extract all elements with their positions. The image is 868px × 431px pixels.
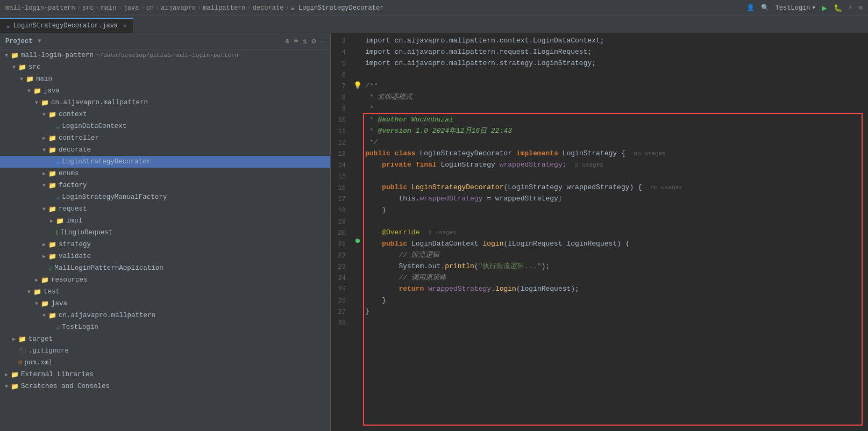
folder-icon: 📁 xyxy=(18,336,26,343)
tree-arrow-10[interactable]: ▶ xyxy=(40,170,48,177)
tree-arrow-13[interactable]: ▼ xyxy=(40,206,48,212)
line-content-7: /** xyxy=(363,81,868,91)
tree-arrow-11[interactable]: ▼ xyxy=(40,183,48,189)
tree-arrow-20[interactable]: ▼ xyxy=(25,289,33,295)
tree-item-9[interactable]: ☕LoginStrategyDecorator xyxy=(0,156,330,168)
tree-item-14[interactable]: ▶📁impl xyxy=(0,215,330,227)
run-config-dropdown-icon[interactable]: ▼ xyxy=(812,5,815,11)
tree-arrow-5[interactable]: ▼ xyxy=(40,112,48,118)
project-dropdown-icon[interactable]: ▼ xyxy=(38,38,41,44)
sidebar-tool-scope[interactable]: ⊕ xyxy=(285,37,289,46)
run-config-label: TestLogin xyxy=(775,4,810,12)
tree-arrow-19[interactable]: ▶ xyxy=(32,277,41,283)
code-line-25: 25 return wrappedStrategy.login(loginReq… xyxy=(331,284,868,295)
code-line-3: 3import cn.aijavapro.mallpattern.context… xyxy=(331,35,868,47)
code-editor[interactable]: 3import cn.aijavapro.mallpattern.context… xyxy=(331,33,868,431)
line-content-23: System.out.println("执行限流逻辑..."); xyxy=(363,261,868,272)
tree-arrow-17[interactable]: ▶ xyxy=(40,253,48,260)
tree-item-3[interactable]: ▼📁java xyxy=(0,85,330,97)
breadcrumb-main[interactable]: main xyxy=(101,4,117,12)
line-number-21: 21 xyxy=(331,239,352,250)
tree-item-27[interactable]: ▶📁External Libraries xyxy=(0,369,330,380)
tree-item-11[interactable]: ▼📁factory xyxy=(0,179,330,191)
debug-button[interactable]: 🐛 xyxy=(834,4,842,12)
tree-item-4[interactable]: ▼📁cn.aijavapro.mallpattern xyxy=(0,97,330,109)
tree-item-10[interactable]: ▶📁enums xyxy=(0,168,330,179)
code-line-20: 20 @Override 2 usages xyxy=(331,227,868,239)
tree-arrow-2[interactable]: ▼ xyxy=(17,76,26,82)
sidebar-tool-sort[interactable]: ≡ xyxy=(294,37,298,46)
tree-item-28[interactable]: ▼📁Scratches and Consoles xyxy=(0,380,330,392)
bulb-icon: 💡 xyxy=(353,81,362,91)
tree-arrow-22[interactable]: ▼ xyxy=(40,313,48,319)
tree-item-18[interactable]: ☕MallLoginPatternApplication xyxy=(0,262,330,274)
tree-item-0[interactable]: ▼📁mall-login-pattern~/data/develop/gitla… xyxy=(0,49,330,61)
line-content-17: this.wrappedStrategy = wrappedStrategy; xyxy=(363,193,868,204)
tree-item-21[interactable]: ▼📁java xyxy=(0,298,330,310)
folder-icon: 📁 xyxy=(48,111,56,119)
breadcrumb-decorate[interactable]: decorate xyxy=(253,4,284,12)
tree-item-12[interactable]: ☕LoginStrategyManualFactory xyxy=(0,191,330,203)
tree-item-8[interactable]: ▼📁decorate xyxy=(0,144,330,156)
tree-arrow-0[interactable]: ▼ xyxy=(2,53,11,59)
tree-arrow-16[interactable]: ▶ xyxy=(40,241,48,248)
breadcrumb-cn[interactable]: cn xyxy=(146,4,154,12)
tree-item-1[interactable]: ▼📁src xyxy=(0,61,330,73)
breadcrumb-mallpattern[interactable]: mallpattern xyxy=(203,4,245,12)
tree-label-8: decorate xyxy=(59,146,91,154)
tree-item-15[interactable]: ⅠILoginRequest xyxy=(0,227,330,239)
tree-arrow-7[interactable]: ▶ xyxy=(40,135,48,141)
tree-arrow-28[interactable]: ▼ xyxy=(2,384,11,390)
tree-label-28: Scratches and Consoles xyxy=(21,383,110,390)
tab-close-button[interactable]: ✕ xyxy=(123,23,126,29)
code-line-22: 22 // 限流逻辑 xyxy=(331,250,868,261)
tree-item-26[interactable]: mpom.xml xyxy=(0,357,330,369)
tree-arrow-14[interactable]: ▶ xyxy=(47,218,56,224)
code-line-27: 27} xyxy=(331,306,868,318)
line-content-10: * @author Wuchubuzai xyxy=(363,114,868,125)
tree-arrow-27[interactable]: ▶ xyxy=(2,371,11,378)
tree-item-25[interactable]: ⚫.gitignore xyxy=(0,345,330,357)
tree-item-16[interactable]: ▶📁strategy xyxy=(0,239,330,250)
line-number-26: 26 xyxy=(331,295,352,306)
sidebar-tool-filter[interactable]: ⇅ xyxy=(303,37,307,46)
line-content-18: } xyxy=(363,205,868,216)
tree-item-7[interactable]: ▶📁controller xyxy=(0,132,330,144)
tree-label-23: TestLogin xyxy=(62,324,98,331)
xml-icon: m xyxy=(18,359,22,367)
breadcrumb-src[interactable]: src xyxy=(82,4,94,12)
tree-item-23[interactable]: ☕TestLogin xyxy=(0,321,330,333)
tree-label-17: validate xyxy=(59,253,91,260)
tree-item-5[interactable]: ▼📁context xyxy=(0,109,330,120)
breadcrumb-aijavapro[interactable]: aijavapro xyxy=(161,4,196,12)
tree-item-17[interactable]: ▶📁validate xyxy=(0,250,330,262)
sidebar-tool-hide[interactable]: — xyxy=(321,37,325,46)
tree-item-13[interactable]: ▼📁request xyxy=(0,203,330,215)
code-line-8: 8 * 装饰器模式 xyxy=(331,92,868,103)
tree-item-2[interactable]: ▼📁main xyxy=(0,73,330,85)
avatar-icon[interactable]: 👤 xyxy=(746,4,755,12)
tab-loginstrategydecorator[interactable]: ☕ LoginStrategyDecorator.java ✕ xyxy=(0,18,133,33)
settings-icon[interactable]: ⚙ xyxy=(859,4,863,12)
tree-item-24[interactable]: ▶📁target xyxy=(0,333,330,345)
tree-item-20[interactable]: ▼📁test xyxy=(0,286,330,298)
coverage-button[interactable]: ⚡ xyxy=(849,4,852,12)
tree-arrow-8[interactable]: ▼ xyxy=(40,147,48,153)
run-button[interactable]: ▶ xyxy=(822,3,827,13)
tree-item-6[interactable]: ☕LoginDataContext xyxy=(0,120,330,132)
breadcrumb-java[interactable]: java xyxy=(124,4,139,12)
tree-arrow-1[interactable]: ▼ xyxy=(10,64,18,70)
tree-arrow-21[interactable]: ▼ xyxy=(32,301,41,307)
git-icon: ⚫ xyxy=(18,348,26,355)
tree-item-22[interactable]: ▼📁cn.aijavapro.mallpattern xyxy=(0,310,330,321)
tree-arrow-24[interactable]: ▶ xyxy=(10,336,18,342)
folder-icon: 📁 xyxy=(26,76,34,83)
tree-arrow-3[interactable]: ▼ xyxy=(25,88,33,94)
tree-arrow-4[interactable]: ▼ xyxy=(32,100,41,106)
run-configuration[interactable]: TestLogin ▼ xyxy=(775,4,815,12)
search-icon[interactable]: 🔍 xyxy=(761,4,769,12)
sidebar-tool-settings[interactable]: ⚙ xyxy=(311,37,316,46)
tree-item-19[interactable]: ▶📁resources xyxy=(0,274,330,286)
tree-label-3: java xyxy=(44,87,60,95)
breadcrumb-project[interactable]: mall-login-pattern xyxy=(5,4,75,12)
